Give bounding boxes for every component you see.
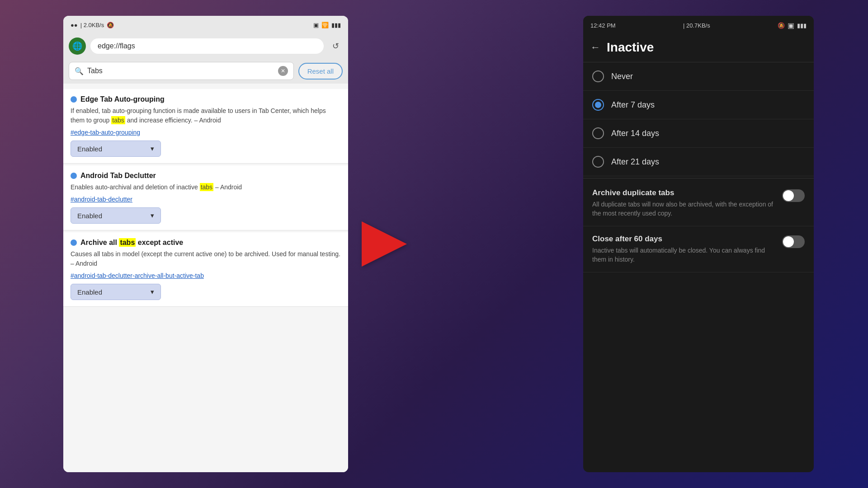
wifi-icon: 🛜 xyxy=(321,22,329,28)
radio-circle-after-14-days xyxy=(592,127,604,139)
search-input[interactable] xyxy=(87,67,274,75)
flag-link[interactable]: #android-tab-declutter xyxy=(71,196,341,203)
speed-text: | 20.7KB/s xyxy=(683,22,710,29)
battery-icon: ▮▮▮ xyxy=(797,22,807,29)
status-bar-left: ●● | 2.0KB/s 🔕 ▣ 🛜 ▮▮▮ xyxy=(63,16,348,34)
back-button[interactable]: ← xyxy=(590,42,600,53)
search-bar-row: 🔍 ✕ Reset all xyxy=(63,58,348,84)
dropdown-value: Enabled xyxy=(77,212,102,220)
radio-inner-selected xyxy=(595,102,601,108)
status-bar-right: 12:42 PM | 20.7KB/s 🔕 ▣ ▮▮▮ xyxy=(583,16,814,35)
flag-title-row: Edge Tab Auto-grouping xyxy=(71,95,341,103)
toggle-desc-close-after-60: Inactive tabs will automatically be clos… xyxy=(592,246,775,264)
search-wrapper: 🔍 ✕ xyxy=(69,62,294,80)
battery-icon: ▮▮▮ xyxy=(331,22,341,28)
inactive-header: ← Inactive xyxy=(583,35,814,62)
flag-description: Causes all tabs in model (except the cur… xyxy=(71,249,341,268)
screenshot-container: ●● | 2.0KB/s 🔕 ▣ 🛜 ▮▮▮ 🌐 ↺ 🔍 ✕ Reset al xyxy=(0,0,868,488)
sim-icon: ▣ xyxy=(313,22,319,28)
clear-search-button[interactable]: ✕ xyxy=(278,66,288,76)
radio-circle-after-21-days xyxy=(592,156,604,168)
mute-icon: 🔕 xyxy=(778,22,785,29)
radio-circle-after-7-days xyxy=(592,99,604,111)
toggle-text: Archive duplicate tabs All duplicate tab… xyxy=(592,188,775,218)
flag-dropdown-enabled[interactable]: Enabled ▾ xyxy=(71,141,161,157)
toggle-switch-close-after-60[interactable] xyxy=(782,235,805,248)
toggle-section-close-after-60: Close after 60 days Inactive tabs will a… xyxy=(583,226,814,272)
radio-label-never: Never xyxy=(611,72,633,81)
flag-title: Archive all tabs except active xyxy=(80,239,183,247)
sim-icon: ▣ xyxy=(788,21,794,30)
address-bar-row: 🌐 ↺ xyxy=(63,34,348,58)
chevron-down-icon: ▾ xyxy=(151,145,154,153)
radio-item-after-14-days[interactable]: After 14 days xyxy=(583,119,814,148)
flag-description: If enabled, tab auto-grouping function i… xyxy=(71,106,341,125)
flag-item-android-tab-declutter: Android Tab Declutter Enables auto-archi… xyxy=(63,165,348,230)
highlight-tabs: tabs xyxy=(119,238,136,247)
inactive-title: Inactive xyxy=(607,40,654,55)
chevron-down-icon: ▾ xyxy=(151,288,154,296)
search-icon: 🔍 xyxy=(75,67,84,75)
reset-all-button[interactable]: Reset all xyxy=(298,63,343,80)
flag-title: Android Tab Declutter xyxy=(80,172,156,180)
radio-label-after-7-days: After 7 days xyxy=(611,100,655,110)
red-arrow xyxy=(362,221,407,267)
toggle-switch-archive-duplicate[interactable] xyxy=(782,189,805,202)
flag-item-archive-all-but-active: Archive all tabs except active Causes al… xyxy=(63,232,348,307)
flag-dropdown-enabled[interactable]: Enabled ▾ xyxy=(71,207,161,224)
radio-item-after-21-days[interactable]: After 21 days xyxy=(583,148,814,176)
toggle-title-close-after-60: Close after 60 days xyxy=(592,235,775,244)
highlight-tabs: tabs xyxy=(111,116,125,124)
flag-title-row: Android Tab Declutter xyxy=(71,172,341,180)
flag-link[interactable]: #android-tab-declutter-archive-all-but-a… xyxy=(71,272,341,279)
phone-left: ●● | 2.0KB/s 🔕 ▣ 🛜 ▮▮▮ 🌐 ↺ 🔍 ✕ Reset al xyxy=(63,16,348,472)
arrow-container xyxy=(362,221,407,267)
speed-text: | 2.0KB/s xyxy=(80,22,104,28)
radio-circle-never xyxy=(592,70,604,82)
time-text: 12:42 PM xyxy=(590,22,616,29)
avatar: 🌐 xyxy=(69,38,86,55)
toggle-desc-archive-duplicate: All duplicate tabs will now also be arch… xyxy=(592,200,775,218)
flag-title: Edge Tab Auto-grouping xyxy=(80,95,165,103)
toggle-knob xyxy=(783,190,794,201)
flag-dot xyxy=(71,239,77,246)
radio-options: Never After 7 days After 14 days After 2… xyxy=(583,62,814,176)
flag-item-edge-tab-auto-grouping: Edge Tab Auto-grouping If enabled, tab a… xyxy=(63,89,348,164)
flags-list: Edge Tab Auto-grouping If enabled, tab a… xyxy=(63,84,348,472)
flag-description: Enables auto-archival and deletion of in… xyxy=(71,183,341,192)
radio-item-never[interactable]: Never xyxy=(583,62,814,91)
chevron-down-icon: ▾ xyxy=(151,211,154,220)
toggle-knob xyxy=(783,236,794,247)
flag-title-row: Archive all tabs except active xyxy=(71,239,341,247)
signal-icon: ●● xyxy=(71,22,78,28)
highlight-tabs: tabs xyxy=(200,183,213,191)
toggle-title-archive-duplicate: Archive duplicate tabs xyxy=(592,188,775,197)
reload-button[interactable]: ↺ xyxy=(328,39,343,53)
section-divider xyxy=(583,178,814,178)
address-input[interactable] xyxy=(90,38,324,54)
dropdown-value: Enabled xyxy=(77,145,102,153)
radio-item-after-7-days[interactable]: After 7 days xyxy=(583,91,814,119)
flag-dropdown-enabled[interactable]: Enabled ▾ xyxy=(71,284,161,300)
flag-dot xyxy=(71,173,77,179)
status-left-items: ●● | 2.0KB/s 🔕 xyxy=(71,22,114,28)
radio-label-after-21-days: After 21 days xyxy=(611,157,659,167)
toggle-text: Close after 60 days Inactive tabs will a… xyxy=(592,235,775,264)
status-right-items: ▣ 🛜 ▮▮▮ xyxy=(313,22,341,28)
flag-link[interactable]: #edge-tab-auto-grouping xyxy=(71,129,341,136)
phone-right: 12:42 PM | 20.7KB/s 🔕 ▣ ▮▮▮ ← Inactive N… xyxy=(583,16,814,472)
right-status-icons: 🔕 ▣ ▮▮▮ xyxy=(778,21,807,30)
mute-icon: 🔕 xyxy=(107,22,114,28)
toggle-section-archive-duplicate: Archive duplicate tabs All duplicate tab… xyxy=(583,180,814,226)
radio-label-after-14-days: After 14 days xyxy=(611,129,659,138)
dropdown-value: Enabled xyxy=(77,288,102,296)
flag-dot xyxy=(71,96,77,103)
